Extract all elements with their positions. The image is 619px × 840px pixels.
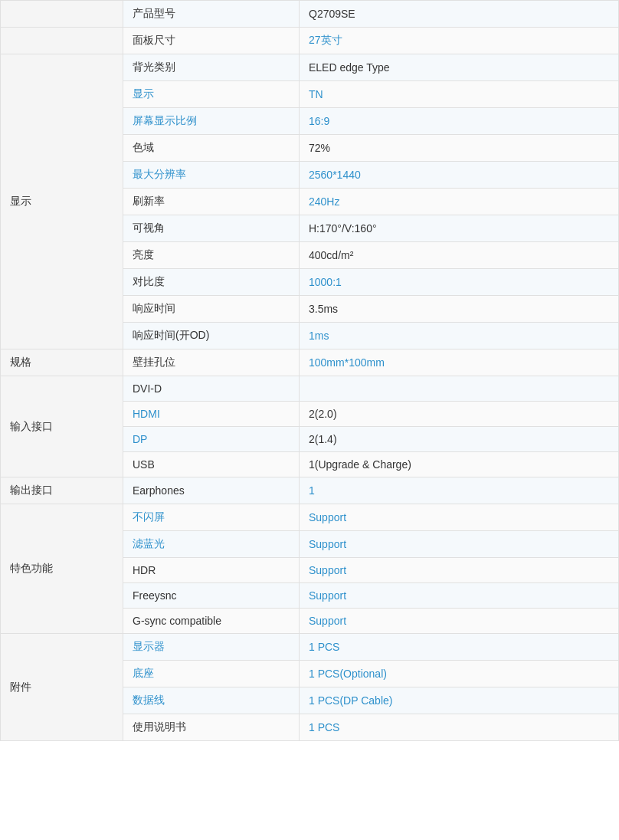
spec-label: HDMI	[123, 402, 300, 427]
spec-label: DP	[123, 427, 300, 452]
spec-label: 背光类别	[123, 54, 300, 81]
table-row: 输入接口DVI-D	[1, 376, 619, 402]
spec-label: 面板尺寸	[123, 28, 300, 54]
spec-label: 不闪屏	[123, 504, 300, 531]
spec-value: 400cd/m²	[300, 242, 619, 269]
category-cell: 输入接口	[1, 376, 123, 477]
category-cell-empty	[1, 28, 123, 54]
table-row: 产品型号Q2709SE	[1, 1, 619, 28]
spec-label: 底座	[123, 661, 300, 687]
category-cell: 规格	[1, 349, 123, 376]
spec-value: ELED edge Type	[300, 54, 619, 81]
category-cell-empty	[1, 1, 123, 28]
spec-value: 2560*1440	[300, 162, 619, 189]
spec-label: 响应时间(开OD)	[123, 323, 300, 349]
spec-value: Q2709SE	[300, 1, 619, 28]
spec-value: 3.5ms	[300, 296, 619, 323]
spec-label: USB	[123, 452, 300, 477]
spec-value: 1ms	[300, 323, 619, 349]
spec-value: 1000:1	[300, 269, 619, 296]
spec-value: TN	[300, 81, 619, 108]
spec-label: 显示器	[123, 634, 300, 661]
category-cell: 特色功能	[1, 504, 123, 634]
spec-value	[300, 376, 619, 402]
table-row: 显示背光类别ELED edge Type	[1, 54, 619, 81]
spec-value: 1	[300, 477, 619, 504]
spec-value: H:170°/V:160°	[300, 215, 619, 242]
spec-table: 产品型号Q2709SE面板尺寸27英寸显示背光类别ELED edge Type显…	[0, 0, 619, 741]
spec-label: 可视角	[123, 215, 300, 242]
category-cell: 输出接口	[1, 477, 123, 504]
table-row: 规格壁挂孔位100mm*100mm	[1, 349, 619, 376]
spec-value: Support	[300, 531, 619, 558]
table-row: 附件显示器1 PCS	[1, 634, 619, 661]
category-cell: 显示	[1, 54, 123, 349]
spec-value: 2(1.4)	[300, 427, 619, 452]
spec-label: 数据线	[123, 687, 300, 714]
spec-label: 产品型号	[123, 1, 300, 28]
spec-label: 刷新率	[123, 189, 300, 215]
spec-label: 色域	[123, 135, 300, 162]
spec-label: 对比度	[123, 269, 300, 296]
spec-label: 亮度	[123, 242, 300, 269]
spec-value: 27英寸	[300, 28, 619, 54]
spec-label: 壁挂孔位	[123, 349, 300, 376]
spec-value: 1 PCS	[300, 634, 619, 661]
spec-label: G-sync compatible	[123, 609, 300, 634]
spec-value: 1 PCS(DP Cable)	[300, 687, 619, 714]
spec-value: 100mm*100mm	[300, 349, 619, 376]
spec-label: 显示	[123, 81, 300, 108]
spec-value: Support	[300, 558, 619, 583]
spec-label: 响应时间	[123, 296, 300, 323]
spec-value: Support	[300, 583, 619, 609]
spec-value: 2(2.0)	[300, 402, 619, 427]
spec-label: 最大分辨率	[123, 162, 300, 189]
category-cell: 附件	[1, 634, 123, 741]
table-row: 特色功能不闪屏Support	[1, 504, 619, 531]
spec-label: 使用说明书	[123, 714, 300, 741]
spec-label: Earphones	[123, 477, 300, 504]
spec-value: 1 PCS	[300, 714, 619, 741]
spec-value: 240Hz	[300, 189, 619, 215]
table-row: 面板尺寸27英寸	[1, 28, 619, 54]
spec-value: 1 PCS(Optional)	[300, 661, 619, 687]
spec-label: 屏幕显示比例	[123, 108, 300, 135]
spec-label: Freeysnc	[123, 583, 300, 609]
table-row: 输出接口Earphones1	[1, 477, 619, 504]
spec-value: 72%	[300, 135, 619, 162]
spec-label: 滤蓝光	[123, 531, 300, 558]
spec-value: 16:9	[300, 108, 619, 135]
spec-value: Support	[300, 504, 619, 531]
spec-value: 1(Upgrade & Charge)	[300, 452, 619, 477]
spec-label: DVI-D	[123, 376, 300, 402]
spec-value: Support	[300, 609, 619, 634]
spec-label: HDR	[123, 558, 300, 583]
